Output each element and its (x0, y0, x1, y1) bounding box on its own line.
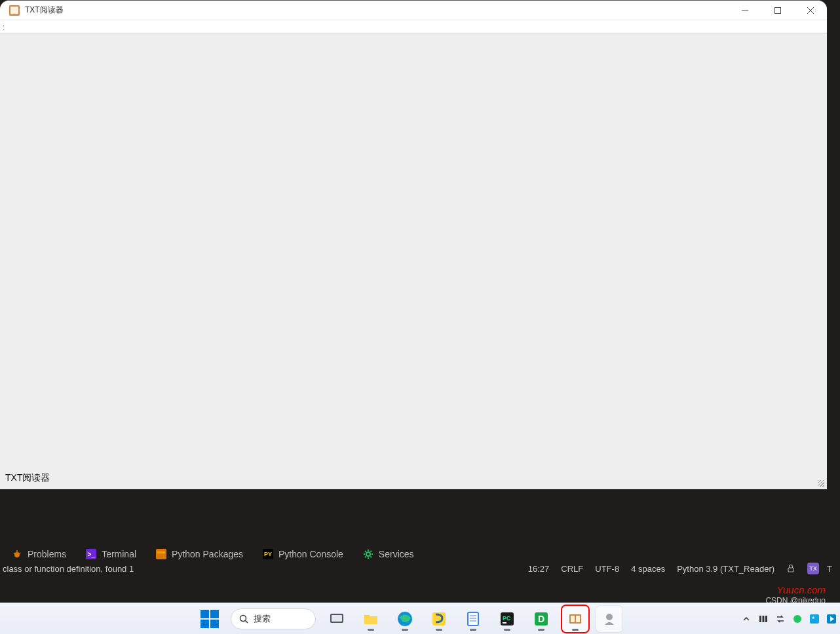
taskbar-search[interactable]: 搜索 (231, 608, 316, 629)
tab-label: Python Packages (172, 549, 243, 559)
svg-line-16 (370, 557, 372, 558)
search-label: 搜索 (254, 613, 271, 625)
svg-rect-37 (571, 616, 575, 622)
tab-python-packages[interactable]: Python Packages (156, 549, 243, 559)
tab-python-console[interactable]: PY Python Console (263, 549, 343, 559)
gear-icon (363, 549, 373, 559)
svg-line-7 (19, 553, 20, 554)
ide-status-bar: class or function definition, found 1 16… (0, 561, 840, 576)
blue-star-icon: * (809, 614, 820, 624)
svg-rect-41 (763, 616, 765, 622)
tx-partial-text: T (827, 564, 832, 574)
svg-rect-42 (765, 616, 767, 622)
tab-label: Python Console (278, 549, 343, 559)
svg-rect-33 (503, 622, 506, 624)
status-message: class or function definition, found 1 (0, 564, 134, 574)
tab-label: Problems (28, 549, 66, 559)
green-circle-icon (792, 614, 803, 624)
maximize-icon (774, 7, 781, 14)
svg-rect-40 (759, 616, 761, 622)
svg-rect-19 (788, 568, 793, 572)
txt-reader-window: TXT阅读器 : TXT阅读器 (0, 0, 827, 489)
pycharm-button[interactable]: PC (494, 606, 520, 632)
minimize-button[interactable] (729, 1, 761, 20)
tray-app-2[interactable] (774, 613, 786, 625)
sync-icon (775, 614, 786, 624)
svg-rect-23 (332, 615, 342, 622)
txt-reader-taskbar-button[interactable] (562, 606, 588, 632)
watermark-site: Yuucn.com (777, 584, 826, 595)
svg-text:D: D (538, 614, 544, 624)
window-title: TXT阅读器 (25, 5, 64, 16)
ide-panel: Problems >_ Terminal Python Packages PY … (0, 489, 840, 581)
svg-line-17 (365, 557, 366, 558)
system-tray: * (740, 613, 837, 625)
cursor-position[interactable]: 16:27 (528, 564, 550, 574)
tray-app-1[interactable] (757, 613, 769, 625)
menubar[interactable]: : (0, 20, 827, 33)
indent-setting[interactable]: 4 spaces (631, 564, 665, 574)
svg-line-15 (365, 551, 366, 552)
character-app-button[interactable] (596, 606, 622, 632)
svg-text:PC: PC (503, 615, 511, 622)
svg-point-20 (240, 615, 246, 621)
windows-logo-icon (200, 610, 219, 628)
file-encoding[interactable]: UTF-8 (595, 564, 619, 574)
window-controls (729, 1, 827, 20)
edge-browser-button[interactable] (392, 606, 418, 632)
bars-icon (758, 614, 769, 624)
reader-content[interactable] (0, 33, 827, 480)
tx-badge[interactable]: TX (807, 563, 819, 574)
tray-app-3[interactable] (792, 613, 803, 625)
titlebar[interactable]: TXT阅读器 (0, 1, 827, 20)
blue-arrow-icon (826, 614, 837, 624)
svg-line-6 (14, 553, 15, 554)
close-button[interactable] (794, 1, 827, 20)
file-explorer-button[interactable] (358, 606, 384, 632)
windows-taskbar: 搜索 PC D (0, 603, 840, 634)
python-interpreter[interactable]: Python 3.9 (TXT_Reader) (677, 564, 774, 574)
tray-app-5[interactable] (826, 613, 837, 625)
book-icon (9, 5, 20, 16)
character-icon (601, 610, 618, 627)
search-icon (239, 614, 248, 624)
tab-problems[interactable]: Problems (12, 549, 66, 559)
book-icon (567, 610, 584, 627)
pycharm-icon: PC (499, 610, 516, 627)
folder-icon (362, 610, 379, 627)
menu-grip: : (3, 23, 5, 31)
svg-point-10 (366, 552, 370, 556)
pycharm-app-button[interactable] (426, 606, 452, 632)
minimize-icon (742, 7, 748, 14)
app-status-text: TXT阅读器 (5, 472, 50, 484)
d-app-button[interactable]: D (528, 606, 554, 632)
tab-services[interactable]: Services (363, 549, 414, 559)
line-separator[interactable]: CRLF (561, 564, 583, 574)
tab-label: Terminal (102, 549, 136, 559)
tray-overflow-button[interactable] (740, 613, 752, 625)
resize-grip-icon[interactable] (818, 480, 824, 487)
svg-rect-9 (157, 551, 165, 553)
svg-rect-38 (576, 616, 580, 622)
tray-app-4[interactable]: * (809, 613, 820, 625)
close-icon (807, 7, 814, 14)
svg-text:*: * (812, 615, 815, 623)
svg-line-18 (370, 551, 372, 552)
svg-line-21 (246, 620, 248, 623)
task-view-icon (328, 610, 345, 627)
notepad-button[interactable] (460, 606, 486, 632)
task-view-button[interactable] (324, 606, 350, 632)
bug-icon (12, 549, 22, 559)
svg-rect-27 (468, 612, 478, 625)
tab-terminal[interactable]: >_ Terminal (86, 549, 136, 559)
package-icon (156, 549, 166, 559)
lock-icon[interactable] (786, 564, 795, 573)
svg-point-39 (606, 614, 613, 620)
maximize-button[interactable] (761, 1, 794, 20)
edge-icon (396, 610, 413, 627)
chevron-up-icon (742, 614, 751, 624)
svg-rect-24 (364, 616, 377, 624)
tab-label: Services (379, 549, 414, 559)
start-button[interactable] (197, 606, 223, 632)
tool-window-tabs: Problems >_ Terminal Python Packages PY … (12, 549, 414, 559)
